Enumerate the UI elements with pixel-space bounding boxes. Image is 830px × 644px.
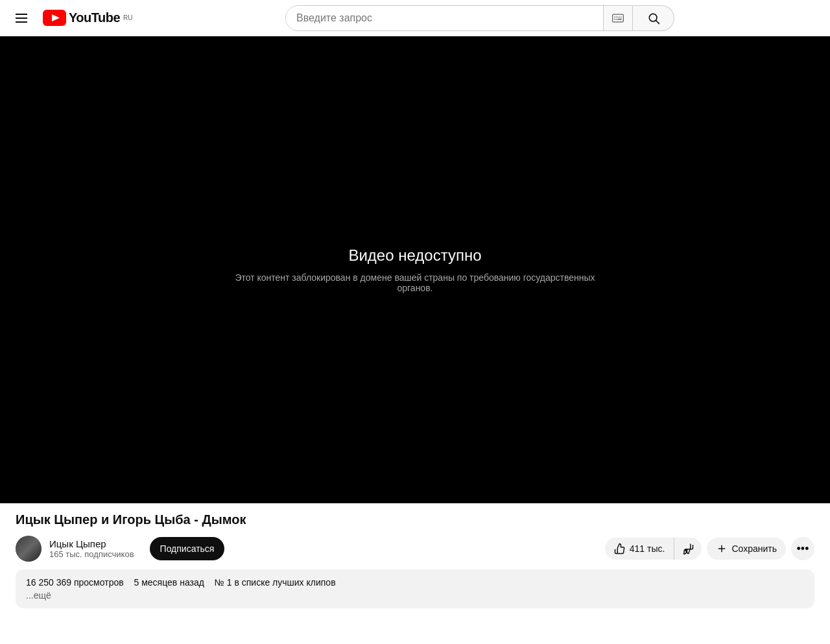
channel-info: Ицык Цыпер 165 тыс. подписчиков: [49, 538, 134, 559]
subscribe-button[interactable]: Подписаться: [150, 537, 225, 560]
save-label: Сохранить: [731, 543, 777, 554]
youtube-wordmark: YouTube: [69, 10, 120, 25]
action-buttons: 411 тыс.: [605, 537, 814, 560]
header: YouTubeRU: [0, 0, 830, 36]
channel-avatar[interactable]: [16, 536, 42, 562]
avatar-image: [16, 536, 42, 562]
video-unavailable-desc: Этот контент заблокирован в домене вашей…: [220, 272, 610, 293]
thumbs-up-icon: [614, 543, 626, 555]
youtube-icon: [43, 10, 66, 26]
more-options-button[interactable]: •••: [791, 537, 814, 560]
svg-line-12: [656, 20, 659, 23]
upload-date: 5 месяцев назад: [134, 577, 204, 588]
more-icon: •••: [797, 542, 809, 556]
description-row[interactable]: 16 250 369 просмотров 5 месяцев назад № …: [16, 569, 814, 608]
like-button[interactable]: 411 тыс.: [605, 538, 675, 560]
channel-subs: 165 тыс. подписчиков: [49, 549, 134, 559]
video-info: Ицык Цыпер и Игорь Цыба - Дымок Ицык Цып…: [0, 503, 830, 569]
hamburger-button[interactable]: [10, 8, 32, 28]
like-count: 411 тыс.: [630, 543, 665, 554]
video-rank: № 1 в списке лучших клипов: [215, 577, 336, 588]
keyboard-button[interactable]: [603, 6, 632, 30]
channel-name[interactable]: Ицык Цыпер: [49, 538, 134, 549]
search-area: [246, 5, 713, 31]
save-button[interactable]: Сохранить: [707, 538, 786, 560]
header-left: YouTubeRU: [10, 8, 140, 28]
main-content: Видео недоступно Этот контент заблокиров…: [0, 36, 830, 619]
search-input-wrap: [285, 5, 633, 31]
youtube-logo[interactable]: YouTubeRU: [43, 10, 133, 26]
video-title: Ицык Цыпер и Игорь Цыба - Дымок: [16, 511, 814, 528]
channel-row: Ицык Цыпер 165 тыс. подписчиков Подписат…: [16, 536, 814, 562]
video-player[interactable]: Видео недоступно Этот контент заблокиров…: [0, 36, 830, 503]
video-meta: 16 250 369 просмотров 5 месяцев назад № …: [26, 577, 804, 588]
svg-rect-2: [613, 14, 624, 22]
like-dislike-group: 411 тыс.: [605, 538, 702, 560]
search-button[interactable]: [633, 5, 674, 31]
search-container: [285, 5, 674, 31]
thumbs-down-icon: [682, 543, 694, 555]
channel-left: Ицык Цыпер 165 тыс. подписчиков Подписат…: [16, 536, 224, 562]
video-unavailable-title: Видео недоступно: [348, 246, 481, 265]
show-more-button[interactable]: ...ещё: [26, 590, 804, 601]
search-input[interactable]: [286, 6, 603, 30]
dislike-button[interactable]: [674, 538, 702, 560]
country-code: RU: [123, 14, 132, 21]
view-count: 16 250 369 просмотров: [26, 577, 124, 588]
save-icon: [716, 543, 728, 555]
